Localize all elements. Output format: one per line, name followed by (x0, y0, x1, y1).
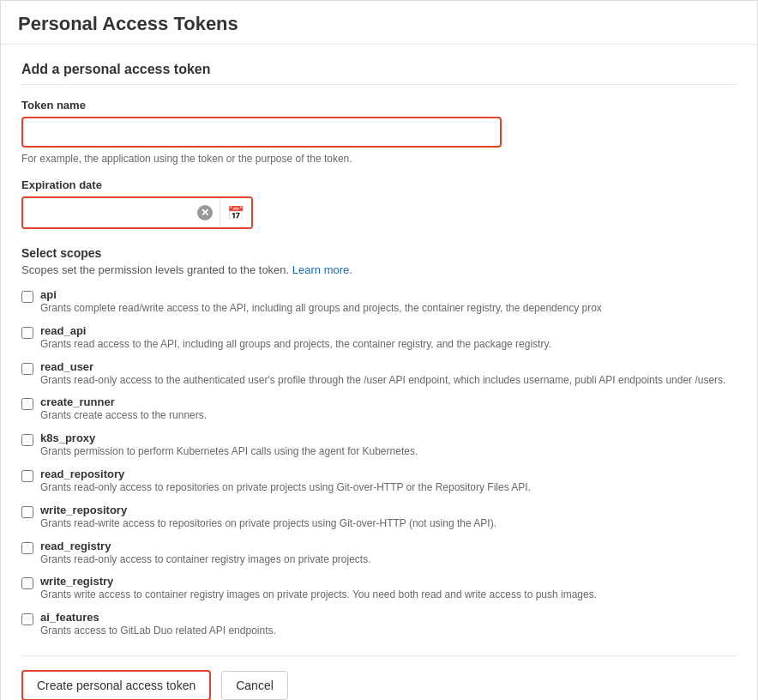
scope-checkbox-read_user[interactable] (21, 363, 33, 375)
scope-item: read_repositoryGrants read-only access t… (21, 468, 737, 495)
scopes-section: Select scopes Scopes set the permission … (21, 246, 737, 638)
create-token-button[interactable]: Create personal access token (21, 670, 211, 700)
actions-bar: Create personal access token Cancel (21, 655, 737, 700)
expiration-label: Expiration date (21, 178, 737, 191)
scope-checkbox-k8s_proxy[interactable] (21, 434, 33, 446)
page-title: Personal Access Tokens (18, 13, 740, 35)
scope-checkbox-write_repository[interactable] (21, 506, 33, 518)
scope-item: read_apiGrants read access to the API, i… (21, 324, 737, 352)
section-title: Add a personal access token (21, 62, 737, 85)
expiration-clear-button[interactable]: ✕ (190, 198, 220, 227)
scope-checkbox-read_repository[interactable] (21, 470, 33, 482)
scope-name: ai_features (40, 611, 276, 624)
scope-name: read_api (40, 324, 551, 337)
scope-item: read_registryGrants read-only access to … (21, 540, 737, 567)
scope-description: Grants create access to the runners. (40, 408, 207, 423)
token-name-input[interactable] (21, 117, 502, 148)
scope-checkbox-ai_features[interactable] (21, 613, 33, 625)
scope-item-content: read_apiGrants read access to the API, i… (40, 324, 551, 352)
expiration-calendar-button[interactable]: 📅 (220, 198, 251, 227)
page-container: Personal Access Tokens Add a personal ac… (0, 0, 758, 700)
scope-name: read_user (40, 360, 725, 373)
scope-name: api (40, 288, 602, 301)
scopes-desc-text: Scopes set the permission levels granted… (21, 263, 289, 276)
scope-item: write_registryGrants write access to con… (21, 575, 737, 602)
scope-name: read_repository (40, 468, 531, 480)
scope-name: create_runner (40, 395, 207, 408)
scopes-description: Scopes set the permission levels granted… (21, 263, 737, 276)
scope-item: create_runnerGrants create access to the… (21, 395, 737, 423)
scope-description: Grants read-write access to repositories… (40, 516, 496, 531)
scope-name: k8s_proxy (40, 431, 418, 444)
scope-description: Grants access to GitLab Duo related API … (40, 624, 276, 638)
calendar-icon: 📅 (227, 205, 244, 221)
expiration-input-wrapper: 2025-02-19 ✕ 📅 (21, 196, 253, 229)
scope-item-content: write_registryGrants write access to con… (40, 575, 597, 602)
scope-description: Grants read access to the API, including… (40, 337, 551, 352)
scope-description: Grants write access to container registr… (40, 588, 597, 602)
scope-description: Grants complete read/write access to the… (40, 301, 602, 316)
scope-description: Grants permission to perform Kubernetes … (40, 444, 418, 459)
scopes-title: Select scopes (21, 246, 737, 260)
scope-item-content: create_runnerGrants create access to the… (40, 395, 207, 423)
scope-checkbox-read_registry[interactable] (21, 542, 33, 554)
scope-item-content: read_registryGrants read-only access to … (40, 540, 371, 567)
expiration-input[interactable]: 2025-02-19 (23, 198, 190, 227)
scope-item: read_userGrants read-only access to the … (21, 360, 737, 388)
scopes-list: apiGrants complete read/write access to … (21, 288, 737, 638)
scope-name: read_registry (40, 540, 371, 552)
scope-checkbox-api[interactable] (21, 291, 33, 303)
scope-item-content: read_userGrants read-only access to the … (40, 360, 725, 388)
scope-item-content: read_repositoryGrants read-only access t… (40, 468, 531, 495)
scope-description: Grants read-only access to repositories … (40, 480, 531, 495)
scope-checkbox-read_api[interactable] (21, 327, 33, 339)
scope-name: write_repository (40, 504, 496, 516)
scope-item-content: k8s_proxyGrants permission to perform Ku… (40, 431, 418, 459)
scope-item-content: apiGrants complete read/write access to … (40, 288, 602, 316)
scope-item-content: write_repositoryGrants read-write access… (40, 504, 496, 531)
scope-checkbox-create_runner[interactable] (21, 398, 33, 410)
expiration-group: Expiration date 2025-02-19 ✕ 📅 (21, 178, 737, 229)
token-name-hint: For example, the application using the t… (21, 153, 737, 165)
scope-item: ai_featuresGrants access to GitLab Duo r… (21, 611, 737, 638)
token-name-label: Token name (21, 99, 737, 112)
scope-item: write_repositoryGrants read-write access… (21, 504, 737, 531)
cancel-button[interactable]: Cancel (221, 671, 288, 700)
page-header: Personal Access Tokens (1, 1, 757, 45)
content-area: Add a personal access token Token name F… (1, 45, 757, 700)
scope-item-content: ai_featuresGrants access to GitLab Duo r… (40, 611, 276, 638)
scope-item: apiGrants complete read/write access to … (21, 288, 737, 316)
scopes-learn-more-link[interactable]: Learn more. (292, 263, 352, 276)
token-name-group: Token name For example, the application … (21, 99, 737, 165)
scope-name: write_registry (40, 575, 597, 588)
scope-checkbox-write_registry[interactable] (21, 577, 33, 589)
clear-icon: ✕ (197, 205, 213, 220)
scope-description: Grants read-only access to container reg… (40, 552, 371, 567)
scope-item: k8s_proxyGrants permission to perform Ku… (21, 431, 737, 459)
scope-description: Grants read-only access to the authentic… (40, 373, 725, 388)
